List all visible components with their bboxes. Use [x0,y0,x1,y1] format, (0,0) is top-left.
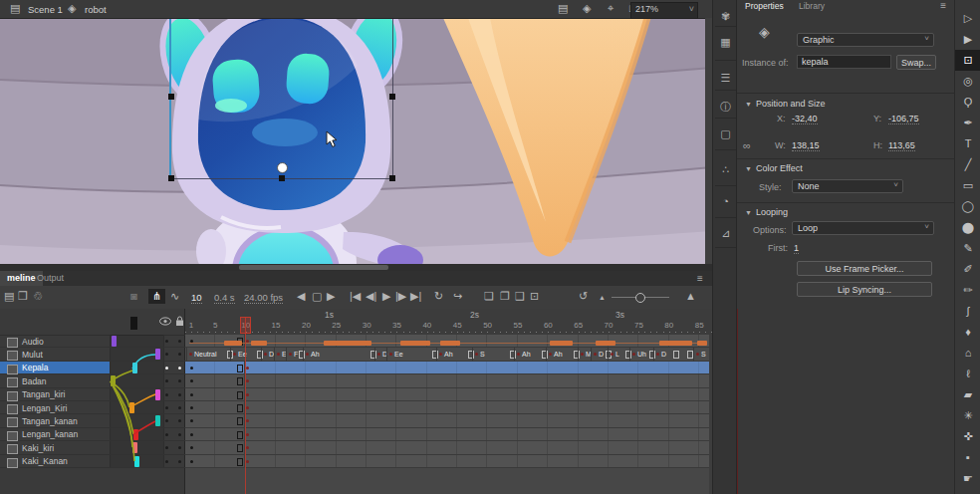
export-icon[interactable]: ↪ [453,290,462,303]
h-value[interactable]: 113,65 [888,140,915,151]
keyframe-dot[interactable] [246,433,249,436]
transform-panel-icon[interactable]: ▢ [713,127,738,140]
stage-hscrollbar[interactable] [0,264,712,271]
lip-sync-keyframe-dot[interactable] [306,353,309,356]
layer-lock-dot[interactable] [178,460,181,463]
layer-frames-row[interactable] [185,414,709,427]
hscroll-thumb[interactable] [239,265,388,270]
keyframe-dot[interactable] [190,460,193,463]
lip-sync-keyframe-dot[interactable] [611,353,613,356]
empty-keyframe-marker[interactable] [673,351,679,359]
layer-visibility-dot[interactable] [165,419,168,422]
layer-depth-icon[interactable]: ∿ [170,290,179,303]
layer-row[interactable]: Kaki_kiri [0,441,185,454]
layer-row[interactable]: Lengan_Kiri [0,401,185,414]
eyedropper-tool[interactable]: ℓ [955,364,980,384]
free-transform-tool[interactable]: ⊡ [955,50,980,71]
new-layer-icon[interactable]: ▤ [4,290,14,303]
lip-sync-keyframe-dot[interactable] [189,353,192,356]
position-size-header[interactable]: ▼Position and Size [745,99,825,109]
layer-lock-dot[interactable] [178,393,181,396]
new-folder-icon[interactable]: ❒ [18,290,28,303]
w-value[interactable]: 138,15 [792,140,820,151]
layer-lock-dot[interactable] [178,433,181,436]
scene-clapperboard-icon[interactable]: ▤ [10,3,20,14]
timeline-zoom-slider-knob[interactable] [635,293,645,303]
layer-frames-row[interactable] [185,388,709,401]
empty-keyframe-marker[interactable] [237,377,243,385]
parenting-swatch[interactable] [155,389,160,400]
oval-tool[interactable]: ◯ [955,196,980,217]
layer-visibility-dot[interactable] [165,367,168,370]
empty-keyframe-marker[interactable] [257,351,263,359]
transform-handle-bottom-left[interactable] [168,175,174,181]
eraser-tool[interactable]: ▰ [955,384,980,405]
empty-keyframe-marker[interactable] [649,351,655,359]
lip-sync-keyframe-dot[interactable] [439,353,442,356]
ink-bottle-tool[interactable]: ⌂ [955,343,980,364]
lip-syncing-button[interactable]: Lip Syncing... [797,282,932,297]
layer-visibility-dot[interactable] [165,340,168,343]
empty-keyframe-marker[interactable] [237,431,243,439]
rectangle-tool[interactable]: ▭ [955,175,980,196]
layer-frames-row[interactable] [185,441,709,454]
reset-timeline-zoom-icon[interactable]: ↺ [579,290,588,303]
empty-keyframe-marker[interactable] [625,351,631,359]
lip-sync-keyframe-dot[interactable] [475,353,478,356]
transformation-point[interactable] [277,162,288,173]
lip-sync-keyframe-dot[interactable] [549,353,552,356]
subselection-tool[interactable]: ▶ [955,29,980,50]
keyframe-dot[interactable] [190,379,193,382]
properties-menu-icon[interactable]: ≡ [940,0,946,11]
layer-lock-dot[interactable] [178,446,181,449]
lip-sync-keyframe-dot[interactable] [377,353,380,356]
layer-frames-row[interactable] [185,335,709,348]
go-first-frame-icon[interactable]: |◀ [350,290,361,303]
lip-sync-keyframe-dot[interactable] [581,353,584,356]
instance-name-field[interactable]: kepala [797,55,891,69]
edit-multiple-frames-icon[interactable]: ❑ [515,290,525,303]
keyframe-dot[interactable] [190,433,193,436]
layer-parenting-icon[interactable]: ⋔ [148,289,165,304]
keyframe-dot[interactable] [190,406,193,409]
layer-frames-row[interactable]: NeutralEeDEFAhDEeAhSAhAhMDLUhDS [185,348,709,361]
text-tool[interactable]: T [955,133,980,154]
lock-icon[interactable] [175,316,184,327]
loop-options-dropdown[interactable]: Loop˅ [792,221,934,235]
asset-warp-tool[interactable]: ✳ [955,405,980,426]
play-icon[interactable]: ▶ [382,290,390,303]
style-dropdown[interactable]: None˅ [792,179,903,193]
polystar-tool[interactable]: ⬤ [955,217,980,238]
empty-keyframe-marker[interactable] [574,351,580,359]
parenting-swatch[interactable] [132,363,137,373]
edit-scene-icon[interactable]: ▤ [558,3,568,14]
layer-lock-dot[interactable] [178,340,181,343]
lip-sync-keyframe-dot[interactable] [233,353,236,356]
lip-sync-keyframe-dot[interactable] [594,353,597,356]
hand-tool[interactable]: ☛ [955,468,980,489]
lip-sync-keyframe-dot[interactable] [517,353,520,356]
transform-handle-bottom-right[interactable] [389,175,395,181]
layer-frames-row[interactable] [185,374,709,387]
keyframe-dot[interactable] [246,406,249,409]
timeline-zoom-out-icon[interactable]: ▲ [599,294,606,301]
layer-lock-dot[interactable] [178,353,181,356]
paint-bucket-tool[interactable]: ♦ [955,322,980,343]
parenting-swatch[interactable] [112,336,117,347]
current-frame-value[interactable]: 10 [191,292,202,304]
swap-button[interactable]: Swap... [896,55,936,70]
creative-cloud-icon[interactable]: ◔ [713,195,738,207]
timeline-menu-icon[interactable]: ≡ [697,273,703,284]
edit-symbol-icon[interactable]: ◈ [583,3,591,14]
puppet-pin-tool[interactable]: ✜ [955,426,980,447]
go-last-frame-icon[interactable]: ▶| [410,290,421,303]
selection-bounding-box[interactable] [169,18,393,179]
layer-visibility-dot[interactable] [165,433,168,436]
layer-lock-dot[interactable] [178,367,181,370]
modify-markers-icon[interactable]: ⊡ [530,290,539,303]
align-panel-icon[interactable]: ☰ [713,72,738,85]
parenting-swatch[interactable] [155,415,160,426]
color-effect-header[interactable]: ▼Color Effect [745,163,803,173]
empty-keyframe-marker[interactable] [237,458,243,466]
lip-sync-keyframe-dot[interactable] [656,353,659,356]
